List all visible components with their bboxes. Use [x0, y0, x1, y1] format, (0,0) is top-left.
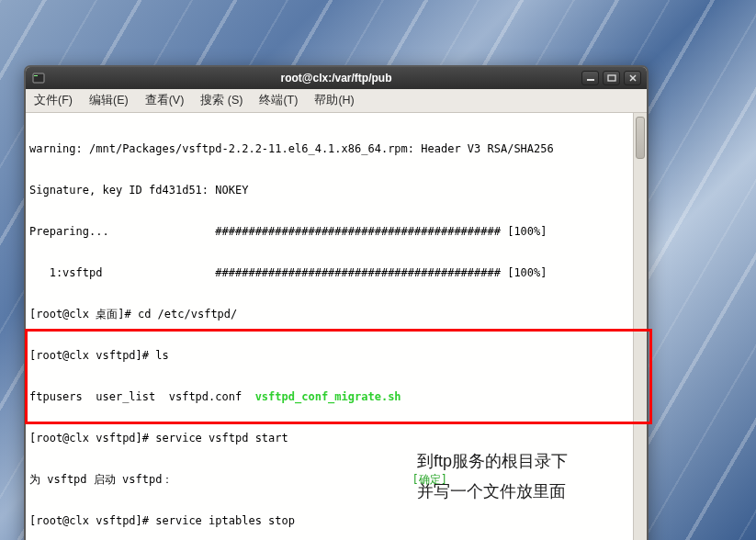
- term-line: Preparing... ###########################…: [29, 225, 647, 239]
- executable-file: vsftpd_conf_migrate.sh: [255, 390, 401, 403]
- menu-edit[interactable]: 编辑(E): [86, 92, 131, 109]
- menu-help[interactable]: 帮助(H): [311, 92, 356, 109]
- terminal-content[interactable]: warning: /mnt/Packages/vsftpd-2.2.2-11.e…: [26, 113, 647, 540]
- annotation-line-1: 到ftp服务的根目录下: [417, 450, 568, 472]
- menu-search[interactable]: 搜索 (S): [197, 92, 245, 109]
- term-line: [root@clx vsftpd]# service vsftpd start: [29, 432, 647, 445]
- svg-rect-0: [33, 73, 44, 83]
- menubar: 文件(F) 编辑(E) 查看(V) 搜索 (S) 终端(T) 帮助(H): [26, 89, 647, 113]
- close-button[interactable]: [624, 71, 641, 85]
- term-line: ftpusers user_list vsftpd.conf vsftpd_co…: [29, 390, 647, 404]
- term-line: [root@clx vsftpd]# service iptables stop: [29, 514, 647, 528]
- term-line: [root@clx vsftpd]# ls: [29, 349, 647, 363]
- scroll-thumb[interactable]: [636, 117, 645, 159]
- term-line: 1:vsftpd ###############################…: [29, 266, 647, 280]
- titlebar[interactable]: root@clx:/var/ftp/pub: [26, 67, 647, 89]
- maximize-button[interactable]: [603, 71, 620, 85]
- window-controls: [581, 71, 647, 85]
- window-title: root@clx:/var/ftp/pub: [26, 72, 647, 84]
- minimize-button[interactable]: [581, 71, 599, 85]
- annotation-line-2: 并写一个文件放里面: [417, 480, 566, 502]
- svg-rect-3: [608, 75, 615, 81]
- menu-file[interactable]: 文件(F): [31, 92, 75, 109]
- svg-rect-1: [34, 75, 38, 76]
- app-icon: [31, 71, 46, 85]
- scrollbar[interactable]: ▴ ▾: [633, 113, 647, 540]
- term-line: [root@clx 桌面]# cd /etc/vsftpd/: [29, 308, 647, 321]
- menu-view[interactable]: 查看(V): [142, 92, 187, 109]
- term-line: warning: /mnt/Packages/vsftpd-2.2.2-11.e…: [29, 142, 647, 156]
- menu-terminal[interactable]: 终端(T): [256, 92, 300, 109]
- term-line: Signature, key ID fd431d51: NOKEY: [29, 184, 647, 197]
